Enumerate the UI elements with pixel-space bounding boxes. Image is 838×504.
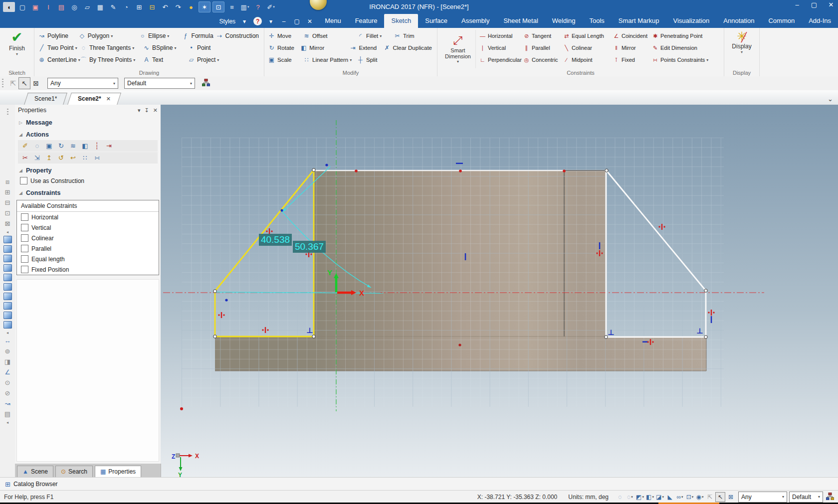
- tab-assembly[interactable]: Assembly: [454, 14, 496, 28]
- drag-select-icon[interactable]: ⇲: [32, 153, 42, 163]
- help-icon[interactable]: ?: [253, 17, 262, 25]
- catalog-browser-bar[interactable]: ⊞ Catalog Browser: [0, 477, 838, 491]
- combo-arrow-icon[interactable]: ▾: [113, 81, 115, 86]
- collapse-booleans-icon[interactable]: ◂: [2, 229, 12, 234]
- boolean-intersect-icon[interactable]: ⊡: [2, 208, 12, 218]
- view-cube-1-icon[interactable]: [3, 236, 12, 243]
- view-cube-3-icon[interactable]: [3, 255, 12, 262]
- checkbox-icon[interactable]: [21, 213, 28, 221]
- ribbon-item-mirror-constraint[interactable]: ‖Mirror: [613, 45, 649, 51]
- bottom-tab-search[interactable]: ⊙Search: [55, 466, 93, 477]
- projector-icon[interactable]: ◨: [2, 357, 12, 366]
- tab-common[interactable]: Common: [761, 14, 802, 28]
- new-document-icon[interactable]: ▢: [17, 2, 28, 12]
- app-logo-icon[interactable]: ◖: [3, 2, 15, 12]
- box-select-cursor-icon[interactable]: ⊠: [30, 78, 41, 89]
- save-icon[interactable]: ▦: [95, 2, 106, 12]
- expander-icon[interactable]: ◢: [19, 190, 26, 195]
- constraint-option-equal-length[interactable]: Equal length: [17, 254, 159, 264]
- display-dropdown-icon[interactable]: ▾: [741, 50, 743, 54]
- ribbon-item-offset[interactable]: ≋Offset: [302, 32, 354, 39]
- ribbon-item-centerline[interactable]: ⊕CenterLine: [37, 56, 77, 63]
- ribbon-item-tangent[interactable]: ⊘Tangent: [523, 33, 561, 39]
- ribbon-item-colinear[interactable]: ╲Colinear: [563, 45, 611, 51]
- collapse-views-icon[interactable]: ◂: [2, 330, 12, 335]
- ribbon-item-formula[interactable]: ƒFormula: [182, 32, 213, 39]
- hierarchy-icon[interactable]: [826, 493, 834, 502]
- panel-close-icon[interactable]: ✕: [153, 107, 158, 114]
- ribbon-item-three-tangents[interactable]: ◌Three Tangents: [79, 44, 140, 51]
- edit-document-icon[interactable]: ✎: [108, 2, 119, 12]
- constraint-option-colinear[interactable]: Colinear: [17, 233, 159, 243]
- clip-section-icon[interactable]: ◣: [665, 493, 674, 502]
- view-cube-8-icon[interactable]: [3, 302, 12, 310]
- ribbon-item-parallel[interactable]: ∥Parallel: [523, 45, 561, 51]
- rotate-2d-icon[interactable]: ↻: [56, 141, 66, 151]
- ribbon-item-edit-dimension[interactable]: ✎Edit Dimension: [651, 45, 697, 51]
- tab-welding[interactable]: Welding: [545, 14, 583, 28]
- tab-menu[interactable]: Menu: [318, 14, 348, 28]
- view-cube-2-icon[interactable]: [3, 245, 12, 253]
- ribbon-restore-icon[interactable]: ▢: [293, 18, 301, 25]
- ribbon-item-coincident[interactable]: ∠Coincident: [613, 33, 649, 39]
- ribbon-item-extend[interactable]: ⇥Extend: [349, 44, 381, 51]
- checkbox-icon[interactable]: [21, 255, 28, 263]
- scene-tab-close-icon[interactable]: ✕: [106, 96, 111, 102]
- insert-part-icon[interactable]: ⊞: [134, 2, 145, 12]
- view-cube-5-icon[interactable]: [3, 274, 12, 281]
- ribbon-item-horizontal[interactable]: —Horizontal: [479, 33, 521, 39]
- sketch-edit-icon[interactable]: ✐: [20, 141, 30, 151]
- stereo-view-icon[interactable]: ∞: [675, 493, 684, 502]
- styles-arrow-icon[interactable]: ▾: [240, 18, 248, 25]
- checkbox-icon[interactable]: [21, 224, 28, 231]
- ribbon-item-move[interactable]: ✛Move: [267, 32, 300, 39]
- help-arrow-icon[interactable]: ▾: [267, 18, 275, 25]
- status-style-combo[interactable]: Default ▾: [789, 492, 823, 503]
- selection-filter-combo[interactable]: Any ▾: [47, 78, 118, 89]
- ribbon-item-fixed[interactable]: ⊺Fixed: [613, 57, 649, 63]
- catalog-add-icon[interactable]: ⊡: [212, 1, 224, 12]
- ribbon-item-construction[interactable]: ⇢Construction: [215, 32, 259, 39]
- tab-visualization[interactable]: Visualization: [666, 14, 717, 28]
- tab-sheet-metal[interactable]: Sheet Metal: [496, 14, 545, 28]
- ribbon-item-points-constraints[interactable]: ∺Points Constraints: [651, 57, 708, 63]
- scene-tabs-scroll-icon[interactable]: ⌄: [823, 95, 838, 105]
- spiral-tool-icon[interactable]: ↝: [2, 399, 12, 408]
- panel-pin-icon[interactable]: ↧: [145, 107, 149, 114]
- ribbon-item-project[interactable]: ▱Project: [187, 56, 220, 63]
- extrude-action-icon[interactable]: ↥: [44, 153, 54, 163]
- ribbon-item-split[interactable]: ┼Split: [356, 56, 391, 63]
- view-cube-6-icon[interactable]: [3, 283, 12, 291]
- ribbon-minimize-icon[interactable]: –: [280, 18, 288, 25]
- mirror-2d-icon[interactable]: ◧: [80, 141, 90, 151]
- display-box-icon[interactable]: ⊡: [685, 493, 694, 502]
- open-folder-icon[interactable]: ▱: [82, 2, 93, 12]
- tab-smart-markup[interactable]: Smart Markup: [612, 14, 666, 28]
- scale-2d-icon[interactable]: ▣: [44, 141, 54, 151]
- checkbox-icon[interactable]: [20, 177, 27, 184]
- boolean-union-icon[interactable]: ⊞: [2, 187, 12, 197]
- bottom-tab-scene[interactable]: ▲Scene: [17, 466, 53, 477]
- hierarchy-icon[interactable]: [202, 79, 210, 88]
- dimension-40-538[interactable]: 40.538: [259, 234, 292, 246]
- ribbon-close-icon[interactable]: ✕: [306, 18, 314, 25]
- combo-arrow-icon[interactable]: ▾: [190, 81, 192, 86]
- redo-icon[interactable]: ↷: [173, 2, 184, 12]
- section-actions[interactable]: ◢ Actions: [15, 130, 161, 140]
- document-export-icon[interactable]: ▤: [56, 2, 67, 12]
- add-view-icon[interactable]: ◩: [635, 493, 644, 502]
- undo-icon[interactable]: ↶: [160, 2, 171, 12]
- expander-icon[interactable]: ◢: [19, 168, 26, 173]
- document-preview-icon[interactable]: ◎: [69, 2, 80, 12]
- restore-button[interactable]: ▢: [809, 1, 819, 8]
- selection-style-combo[interactable]: Default ▾: [124, 78, 195, 89]
- collapse-measure-icon[interactable]: ◂: [2, 420, 12, 425]
- pin-view-icon[interactable]: ◪: [655, 493, 664, 502]
- measure-length-icon[interactable]: ↔: [2, 336, 12, 345]
- ribbon-item-two-point[interactable]: ╱Two Point: [37, 44, 77, 51]
- checkbox-icon[interactable]: [21, 266, 28, 273]
- offset-2d-icon[interactable]: ≋: [68, 141, 78, 151]
- constraint-option-horizontal[interactable]: Horizontal: [17, 212, 159, 222]
- extend-2d-icon[interactable]: ⇥: [104, 141, 114, 151]
- ironcad-document-icon[interactable]: I: [43, 2, 54, 12]
